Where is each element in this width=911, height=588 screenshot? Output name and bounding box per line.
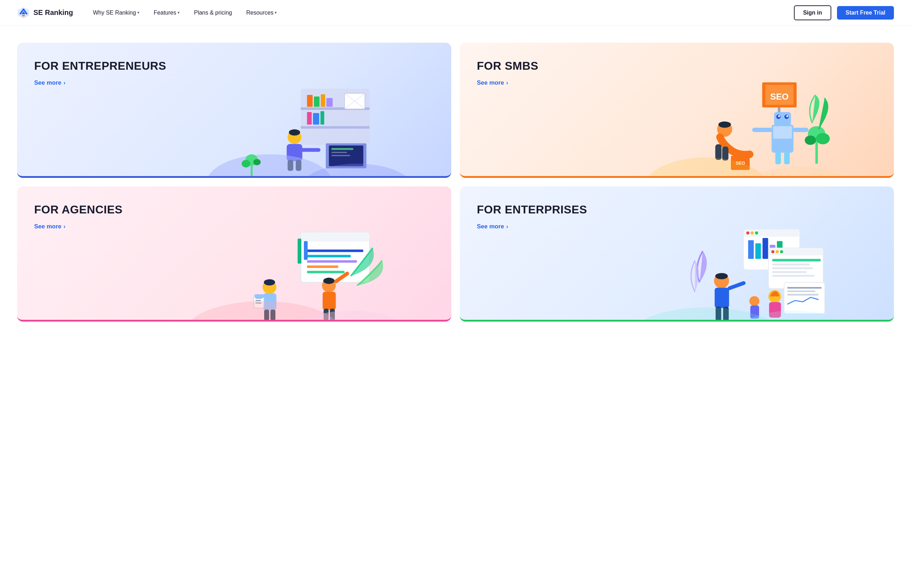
svg-rect-46	[784, 152, 790, 164]
main-content: FOR ENTREPRENEURS See more ›	[0, 26, 911, 343]
see-more-entrepreneurs[interactable]: See more ›	[34, 79, 65, 86]
svg-point-99	[776, 250, 779, 253]
see-more-enterprises[interactable]: See more ›	[477, 223, 508, 230]
svg-rect-7	[320, 94, 325, 107]
svg-rect-53	[815, 139, 818, 164]
start-trial-button[interactable]: Start Free Trial	[837, 6, 894, 19]
agencies-illustration	[169, 220, 451, 320]
svg-rect-63	[307, 260, 357, 263]
svg-rect-109	[787, 294, 819, 295]
svg-point-98	[771, 250, 774, 253]
chevron-down-icon: ▾	[178, 10, 180, 15]
nav-why-label: Why SE Ranking	[93, 10, 136, 16]
arrow-right-icon: ›	[506, 223, 508, 230]
see-more-enterprises-label: See more	[477, 223, 504, 230]
see-more-smbs[interactable]: See more ›	[477, 79, 508, 86]
card-smbs-title: FOR SMBS	[477, 60, 877, 72]
see-more-agencies[interactable]: See more ›	[34, 223, 65, 230]
chevron-down-icon: ▾	[138, 10, 139, 15]
svg-rect-18	[331, 152, 347, 153]
svg-point-55	[816, 133, 830, 144]
svg-rect-108	[787, 290, 815, 292]
svg-rect-45	[775, 152, 781, 164]
logo-text: SE Ranking	[34, 8, 73, 17]
svg-point-42	[786, 115, 788, 117]
svg-rect-6	[314, 96, 320, 107]
svg-rect-23	[300, 148, 320, 152]
svg-rect-43	[752, 128, 773, 132]
card-agencies: FOR AGENCIES See more ›	[17, 186, 451, 321]
see-more-agencies-label: See more	[34, 223, 61, 230]
svg-point-90	[755, 231, 758, 234]
svg-rect-113	[727, 281, 746, 291]
svg-rect-1	[22, 15, 25, 16]
svg-point-79	[323, 278, 335, 284]
card-enterprises: FOR ENTERPRISES See more ›	[460, 186, 894, 321]
svg-rect-49	[715, 144, 722, 160]
see-more-entrepreneurs-label: See more	[34, 79, 61, 86]
svg-rect-105	[772, 275, 815, 276]
card-smbs: FOR SMBS See more › SEO	[460, 43, 894, 178]
arrow-right-icon: ›	[506, 80, 508, 86]
svg-rect-13	[313, 113, 319, 124]
svg-point-118	[749, 296, 759, 306]
nav-item-resources[interactable]: Resources ▾	[241, 7, 283, 19]
svg-rect-67	[304, 241, 308, 260]
svg-point-31	[253, 159, 261, 165]
arrow-right-icon: ›	[64, 80, 65, 86]
svg-point-88	[746, 231, 749, 234]
svg-point-41	[778, 115, 780, 117]
svg-point-30	[242, 160, 251, 167]
svg-point-21	[289, 129, 300, 136]
svg-rect-80	[323, 292, 336, 310]
nav-links: Why SE Ranking ▾ Features ▾ Plans & pric…	[87, 7, 283, 19]
svg-point-100	[780, 250, 783, 253]
svg-rect-38	[774, 112, 791, 125]
navbar-left: SE Ranking Why SE Ranking ▾ Features ▾ P…	[17, 6, 283, 19]
svg-rect-75	[254, 294, 264, 298]
svg-rect-19	[331, 155, 350, 156]
svg-rect-102	[772, 263, 809, 265]
signin-button[interactable]: Sign in	[794, 5, 831, 20]
svg-rect-5	[307, 95, 313, 107]
see-more-smbs-label: See more	[477, 79, 504, 86]
svg-point-48	[718, 121, 731, 128]
svg-rect-17	[331, 148, 353, 150]
nav-item-pricing[interactable]: Plans & pricing	[188, 7, 238, 19]
nav-item-why[interactable]: Why SE Ranking ▾	[87, 7, 145, 19]
svg-point-69	[264, 279, 275, 286]
svg-rect-44	[793, 128, 809, 132]
nav-pricing-label: Plans & pricing	[194, 10, 232, 16]
svg-point-26	[207, 154, 332, 176]
arrow-right-icon: ›	[64, 223, 65, 230]
svg-text:SEO: SEO	[770, 92, 789, 102]
svg-rect-65	[307, 271, 345, 273]
nav-features-label: Features	[154, 10, 176, 16]
svg-rect-93	[763, 238, 768, 259]
logo[interactable]: SE Ranking	[17, 6, 73, 19]
svg-rect-92	[756, 243, 761, 259]
svg-rect-64	[307, 265, 338, 268]
svg-rect-101	[772, 259, 820, 262]
card-entrepreneurs: FOR ENTREPRENEURS See more ›	[17, 43, 451, 178]
nav-item-features[interactable]: Features ▾	[148, 7, 185, 19]
card-agencies-title: FOR AGENCIES	[34, 204, 434, 216]
svg-rect-66	[298, 238, 301, 263]
svg-rect-12	[307, 112, 312, 124]
card-entrepreneurs-title: FOR ENTREPRENEURS	[34, 60, 434, 72]
enterprises-illustration	[612, 220, 894, 320]
navbar-right: Sign in Start Free Trial	[794, 5, 894, 20]
svg-rect-62	[307, 255, 351, 257]
nav-resources-label: Resources	[246, 10, 273, 16]
navbar: SE Ranking Why SE Ranking ▾ Features ▾ P…	[0, 0, 911, 26]
entrepreneurs-illustration	[169, 76, 451, 176]
svg-rect-37	[773, 126, 792, 138]
svg-rect-50	[722, 147, 728, 161]
logo-icon	[17, 6, 30, 19]
svg-rect-73	[256, 300, 261, 301]
chevron-down-icon: ▾	[275, 10, 277, 15]
svg-rect-107	[787, 287, 822, 289]
svg-rect-60	[301, 232, 369, 242]
svg-rect-4	[301, 126, 369, 128]
smbs-illustration: SEO	[612, 76, 894, 176]
